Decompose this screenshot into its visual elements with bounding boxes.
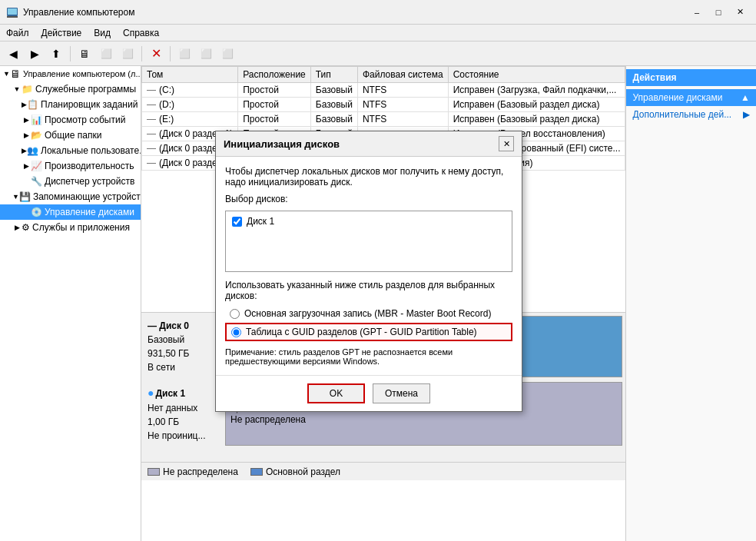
gpt-label[interactable]: Таблица с GUID разделов (GPT - GUID Part… <box>246 327 477 337</box>
init-disk-dialog: Инициализация дисков ✕ Чтобы диспетчер л… <box>215 131 522 412</box>
dialog-overlay: Инициализация дисков ✕ Чтобы диспетчер л… <box>0 0 756 541</box>
disk-1-checkbox-label[interactable]: Диск 1 <box>247 216 274 227</box>
disk-selection-box: Диск 1 <box>225 211 512 272</box>
cancel-button[interactable]: Отмена <box>373 383 430 403</box>
dialog-title: Инициализация дисков <box>224 138 340 150</box>
disk-selection-label: Выбор дисков: <box>225 194 512 204</box>
disk-checkbox-1: Диск 1 <box>229 214 509 228</box>
mbr-radio-input[interactable] <box>230 309 240 319</box>
radio-gpt[interactable]: Таблица с GUID разделов (GPT - GUID Part… <box>225 323 512 341</box>
disk-1-checkbox[interactable] <box>232 217 242 227</box>
mbr-label[interactable]: Основная загрузочная запись (MBR - Maste… <box>244 308 491 319</box>
radio-mbr[interactable]: Основная загрузочная запись (MBR - Maste… <box>225 306 512 321</box>
partition-style-label: Использовать указанный ниже стиль раздел… <box>225 280 512 301</box>
dialog-close-button[interactable]: ✕ <box>499 136 514 151</box>
dialog-note: Примечание: стиль разделов GPT не распоз… <box>225 347 512 366</box>
gpt-radio-input[interactable] <box>231 327 241 337</box>
dialog-buttons: OK Отмена <box>216 375 522 411</box>
ok-button[interactable]: OK <box>307 383 365 403</box>
dialog-title-bar: Инициализация дисков ✕ <box>216 131 522 157</box>
dialog-body: Чтобы диспетчер локальных дисков мог пол… <box>216 157 522 375</box>
dialog-description: Чтобы диспетчер локальных дисков мог пол… <box>225 166 512 188</box>
